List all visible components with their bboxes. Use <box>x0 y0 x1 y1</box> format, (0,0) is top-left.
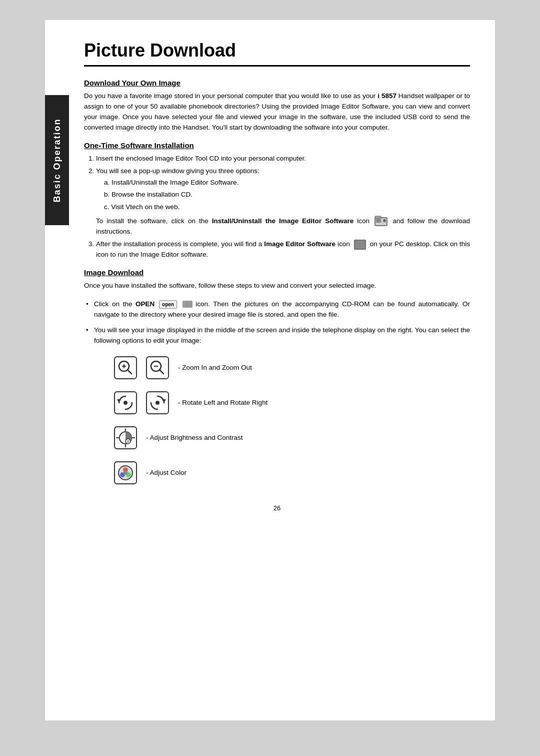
heading-one-time-installation: One-Time Software Installation <box>84 141 470 150</box>
svg-rect-1 <box>376 219 381 223</box>
img-editor-icon <box>354 240 366 250</box>
icon-rotate-right <box>146 391 169 414</box>
heading-image-download: Image Download <box>84 268 470 277</box>
page-title: Picture Download <box>84 40 470 61</box>
svg-rect-3 <box>375 216 381 218</box>
zoom-label: - Zoom In and Zoom Out <box>178 364 252 371</box>
rotate-label: - Rotate Left and Rotate Right <box>178 399 268 406</box>
icon-brightness: B <box>114 426 137 449</box>
color-label: - Adjust Color <box>146 469 186 476</box>
svg-rect-9 <box>146 357 168 379</box>
icon-row-brightness: B - Adjust Brightness and Contrast <box>114 426 470 449</box>
brightness-label: - Adjust Brightness and Contrast <box>146 434 243 441</box>
sub-step-a: a. Install/Uninstall the Image Editor So… <box>104 178 470 188</box>
installation-step-3: After the installation process is comple… <box>96 239 470 260</box>
bullet-display-image: You will see your image displayed in the… <box>84 325 470 346</box>
icon-row-rotate: - Rotate Left and Rotate Right <box>114 391 470 414</box>
sidebar-bar: Basic Operation <box>45 95 69 225</box>
icon-color <box>114 461 137 484</box>
image-download-bullets: Click on the OPEN open icon. Then the pi… <box>84 299 470 346</box>
svg-point-15 <box>124 401 128 405</box>
icon-row-zoom: - Zoom In and Zoom Out <box>114 356 470 379</box>
heading-download-own-image: Download Your Own Image <box>84 79 470 87</box>
bullet-open-icon: Click on the OPEN open icon. Then the pi… <box>84 299 470 320</box>
installation-step-2: You will see a pop-up window giving you … <box>96 166 470 238</box>
icon-zoom-out <box>146 356 169 379</box>
page-number: 26 <box>84 504 470 522</box>
svg-text:B: B <box>127 440 130 443</box>
svg-point-2 <box>383 219 386 222</box>
sidebar-label: Basic Operation <box>52 118 62 202</box>
icon-rotate-left <box>114 391 137 414</box>
download-own-image-text: Do you have a favorite image stored in y… <box>84 91 470 133</box>
installation-steps: Insert the enclosed Image Editor Tool CD… <box>96 154 470 260</box>
sub-steps: a. Install/Uninstall the Image Editor So… <box>104 178 470 213</box>
install-instruction: To install the software, click on the In… <box>96 216 470 237</box>
sidebar: Basic Operation <box>45 20 69 720</box>
svg-point-33 <box>124 471 128 475</box>
installation-step-1: Insert the enclosed Image Editor Tool CD… <box>96 154 470 164</box>
install-icon <box>374 216 388 227</box>
icon-options-grid: - Zoom In and Zoom Out <box>114 356 470 484</box>
svg-point-18 <box>156 401 160 405</box>
svg-rect-4 <box>114 357 136 379</box>
open-button-icon: open <box>159 300 177 309</box>
page: Basic Operation Picture Download Downloa… <box>45 20 495 720</box>
image-download-intro: Once you have installed the software, fo… <box>84 281 470 291</box>
main-content: Picture Download Download Your Own Image… <box>69 20 495 720</box>
icon-row-color: - Adjust Color <box>114 461 470 484</box>
sub-step-c: c. Visit Vtech on the web. <box>104 202 470 213</box>
title-rule <box>84 65 470 67</box>
sub-step-b: b. Browse the installation CD. <box>104 190 470 200</box>
icon-zoom-in <box>114 356 137 379</box>
